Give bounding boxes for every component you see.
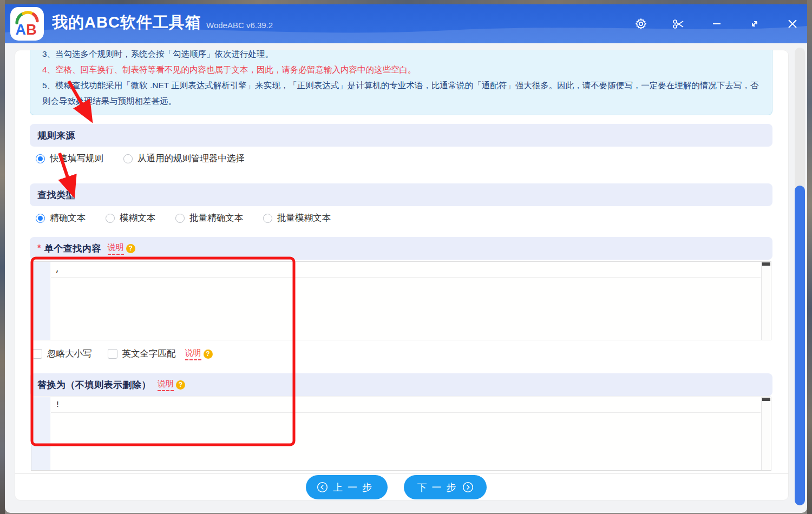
svg-text:A: A	[15, 22, 26, 38]
editor-gutter	[31, 397, 50, 470]
find-type-title: 查找类型	[37, 189, 75, 201]
title-bar: A B 我的ABC软件工具箱 WodeABC v6.39.2	[5, 4, 807, 43]
window-controls	[633, 4, 800, 43]
radio-batch-exact-text[interactable]: 批量精确文本	[175, 212, 243, 224]
radio-batch-fuzzy-text[interactable]: 批量模糊文本	[263, 212, 331, 224]
page-scrollbar-thumb[interactable]	[795, 186, 805, 505]
editor-scrollbar[interactable]	[761, 262, 771, 340]
editor-scrollbar[interactable]	[761, 397, 771, 470]
radio-exact-text[interactable]: 精确文本	[36, 212, 86, 224]
radio-label: 批量模糊文本	[277, 212, 331, 224]
maximize-resize-icon[interactable]	[747, 16, 762, 31]
radio-unselected-icon	[106, 214, 115, 223]
previous-step-label: 上一步	[333, 481, 377, 494]
app-logo: A B	[10, 7, 44, 41]
next-step-label: 下一步	[417, 481, 461, 494]
search-content-help-link[interactable]: 说明	[108, 242, 124, 255]
scissors-icon[interactable]	[671, 16, 686, 31]
chevron-left-circle-icon	[317, 482, 328, 493]
radio-fuzzy-text[interactable]: 模糊文本	[106, 212, 155, 224]
radio-unselected-icon	[123, 154, 133, 163]
rule-source-options: 快速填写规则 从通用的规则管理器中选择	[36, 150, 265, 167]
minimize-icon[interactable]	[709, 16, 724, 31]
checkbox-ignore-case[interactable]: 忽略大小写	[32, 348, 92, 360]
checkbox-label: 忽略大小写	[47, 348, 92, 360]
find-type-options: 精确文本 模糊文本 批量精确文本 批量模糊文本	[36, 210, 351, 226]
radio-label: 精确文本	[50, 212, 86, 224]
app-version: WodeABC v6.39.2	[206, 21, 273, 30]
notice-line-3: 3、当勾选多个规则时，系统会按「勾选顺序」依次进行处理。	[42, 50, 760, 62]
radio-quick-fill-rule[interactable]: 快速填写规则	[36, 153, 103, 164]
replace-help-link[interactable]: 说明	[158, 379, 174, 391]
notice-line-5: 5、模糊查找功能采用「微软 .NET 正则表达式解析引擎」来实现，「正则表达式」…	[42, 77, 760, 109]
previous-step-button[interactable]: 上一步	[306, 475, 388, 499]
checkbox-icon	[32, 349, 42, 359]
instructions-notice-box: 3、当勾选多个规则时，系统会按「勾选顺序」依次进行处理。 4、空格、回车换行、制…	[30, 50, 772, 115]
notice-line-4: 4、空格、回车换行、制表符等看不见的内容也属于文本，因此，请务必留意输入内容中的…	[42, 62, 760, 77]
desktop-edge-left	[0, 0, 5, 514]
radio-choose-from-rule-manager[interactable]: 从通用的规则管理器中选择	[123, 153, 245, 164]
question-mark-icon[interactable]: ?	[126, 244, 135, 253]
settings-gear-icon[interactable]	[633, 16, 649, 31]
editor-line-separator	[51, 412, 761, 413]
checkbox-label: 英文全字匹配	[122, 348, 176, 360]
radio-unselected-icon	[175, 214, 185, 223]
checkbox-whole-word-match[interactable]: 英文全字匹配	[108, 348, 176, 360]
radio-unselected-icon	[263, 214, 272, 223]
editor-scrollbar-thumb[interactable]	[762, 262, 770, 266]
search-content-section-header: * 单个查找内容 说明 ?	[30, 237, 772, 260]
required-asterisk: *	[37, 243, 41, 254]
desktop-edge-right	[807, 0, 812, 514]
app-title: 我的ABC软件工具箱	[52, 12, 201, 34]
question-mark-icon[interactable]: ?	[204, 350, 213, 359]
replace-content-value: !	[55, 399, 60, 412]
footer-divider	[15, 473, 789, 474]
chevron-right-circle-icon	[462, 482, 474, 493]
editor-scrollbar-thumb[interactable]	[762, 398, 770, 401]
app-window: A B 我的ABC软件工具箱 WodeABC v6.39.2	[5, 4, 807, 513]
search-content-value: ,	[55, 263, 60, 276]
checkbox-icon	[108, 349, 117, 359]
find-type-section-header: 查找类型	[30, 183, 772, 206]
abc-logo-icon: A B	[12, 9, 42, 38]
next-step-button[interactable]: 下一步	[404, 475, 487, 499]
radio-label: 批量精确文本	[189, 212, 243, 224]
radio-selected-icon	[36, 214, 45, 223]
radio-label: 模糊文本	[120, 212, 155, 224]
editor-gutter	[31, 262, 50, 340]
svg-text:B: B	[26, 22, 36, 38]
replace-title: 替换为（不填则表示删除）	[37, 379, 151, 391]
desktop-edge-top	[0, 0, 812, 4]
radio-label: 快速填写规则	[50, 153, 103, 164]
close-icon[interactable]	[785, 16, 800, 31]
replace-section-header: 替换为（不填则表示删除） 说明 ?	[30, 373, 772, 396]
editor-line-separator	[51, 277, 761, 278]
radio-selected-icon	[36, 154, 45, 163]
search-content-title: 单个查找内容	[44, 242, 101, 255]
question-mark-icon[interactable]: ?	[176, 380, 185, 390]
rule-source-title: 规则来源	[37, 129, 75, 142]
whole-word-help-link[interactable]: 说明	[185, 348, 201, 360]
match-options-row: 忽略大小写 英文全字匹配 说明 ?	[32, 346, 213, 361]
radio-label: 从通用的规则管理器中选择	[137, 153, 245, 164]
rule-source-section-header: 规则来源	[30, 124, 772, 147]
search-content-editor[interactable]: ,	[31, 261, 771, 340]
replace-content-editor[interactable]: !	[31, 397, 771, 471]
